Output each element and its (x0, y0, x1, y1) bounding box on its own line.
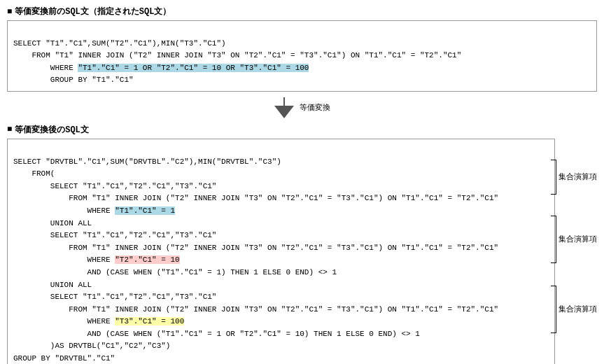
s2-line2: SELECT "T1"."C1","T2"."C1","T3"."C1" (13, 182, 216, 190)
s2-line16: GROUP BY "DRVTBL"."C1" (13, 354, 115, 363)
s2-line7: FROM "T1" INNER JOIN ("T2" INNER JOIN "T… (13, 244, 498, 252)
arrow-section: 等価変換 (7, 92, 597, 124)
bracket3: 集合演算項 (551, 286, 597, 333)
line2: FROM "T1" INNER JOIN ("T2" INNER JOIN "T… (13, 51, 461, 59)
line3: WHERE "T1"."C1" = 1 OR "T2"."C1" = 10 OR… (13, 64, 309, 72)
s2-line6: SELECT "T1"."C1","T2"."C1","T3"."C1" (13, 231, 216, 239)
s2-line11: SELECT "T1"."C1","T2"."C1","T3"."C1" (13, 293, 216, 301)
highlight-where-clause: "T1"."C1" = 1 OR "T2"."C1" = 10 OR "T3".… (78, 64, 309, 72)
s2-line15: )AS DRVTBL("C1","C2","C3") (13, 342, 170, 350)
section2-code: SELECT "DRVTBL"."C1",SUM("DRVTBL"."C2"),… (7, 139, 555, 364)
section1-code: SELECT "T1"."C1",SUM("T2"."C1"),MIN("T3"… (7, 20, 597, 92)
s2-line3: FROM "T1" INNER JOIN ("T2" INNER JOIN "T… (13, 194, 498, 202)
brackets-container: 集合演算項 集合演算項 集合演算項 (556, 139, 597, 364)
section2: 等価変換後のSQL文 SELECT "DRVTBL"."C1",SUM("DRV… (7, 124, 597, 364)
s2-line9: AND (CASE WHEN ("T1"."C1" = 1) THEN 1 EL… (13, 268, 337, 276)
highlight-yellow-1: "T3"."C1" = 100 (115, 317, 184, 326)
section1: 等価変換前のSQL文（指定されたSQL文） SELECT "T1"."C1",S… (7, 6, 597, 92)
bracket3-label: 集合演算項 (559, 304, 597, 314)
arrow-icon (274, 97, 294, 118)
s2-line14: AND (CASE WHEN ("T1"."C1" = 1 OR "T2"."C… (13, 330, 420, 338)
bracket2-label: 集合演算項 (559, 234, 597, 244)
section2-wrap: SELECT "DRVTBL"."C1",SUM("DRVTBL"."C2"),… (7, 139, 597, 364)
bracket1: 集合演算項 (551, 160, 597, 195)
s2-line4: WHERE "T1"."C1" = 1 (13, 206, 175, 215)
bracket1-line (551, 160, 556, 195)
down-arrow (274, 106, 294, 118)
line4: GROUP BY "T1"."C1" (13, 76, 134, 84)
highlight-blue-1: "T1"."C1" = 1 (115, 206, 175, 215)
bracket3-line (551, 286, 556, 333)
s2-line8: WHERE "T2"."C1" = 10 (13, 255, 180, 264)
s2-line10: UNION ALL (13, 281, 92, 289)
s2-line13: WHERE "T3"."C1" = 100 (13, 317, 184, 326)
s2-line12: FROM "T1" INNER JOIN ("T2" INNER JOIN "T… (13, 305, 498, 314)
section2-title: 等価変換後のSQL文 (7, 124, 597, 136)
arrow-label: 等価変換 (300, 102, 330, 113)
bracket1-label: 集合演算項 (559, 172, 597, 182)
section1-title: 等価変換前のSQL文（指定されたSQL文） (7, 6, 597, 18)
bracket2: 集合演算項 (551, 216, 597, 263)
s2-line5: UNION ALL (13, 219, 92, 227)
line1: SELECT "T1"."C1",SUM("T2"."C1"),MIN("T3"… (13, 39, 226, 48)
s2-line1: FROM( (13, 169, 55, 178)
highlight-pink-1: "T2"."C1" = 10 (115, 255, 179, 264)
bracket2-line (551, 216, 556, 263)
s2-line0: SELECT "DRVTBL"."C1",SUM("DRVTBL"."C2"),… (13, 158, 281, 166)
